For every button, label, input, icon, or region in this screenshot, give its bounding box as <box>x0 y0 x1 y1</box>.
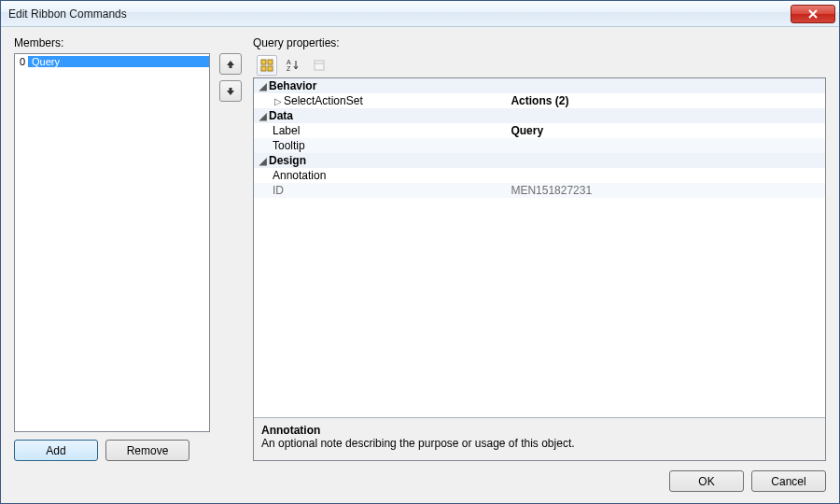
dialog-window: Edit Ribbon Commands Members: 0 Query Ad… <box>0 0 840 504</box>
expand-icon[interactable]: ◢ <box>258 111 269 121</box>
property-value[interactable] <box>511 168 825 183</box>
alphabetical-button[interactable]: A Z <box>283 55 303 76</box>
expand-icon[interactable]: ◢ <box>258 81 269 91</box>
members-listbox[interactable]: 0 Query <box>14 53 210 432</box>
members-buttons: Add Remove <box>14 440 210 461</box>
svg-rect-6 <box>315 61 324 70</box>
property-row[interactable]: ▷SelectActionSet Actions (2) <box>254 93 825 108</box>
titlebar[interactable]: Edit Ribbon Commands <box>1 1 839 27</box>
property-row[interactable]: Annotation <box>254 168 825 183</box>
property-name: ID <box>273 184 284 197</box>
close-icon <box>808 9 818 19</box>
description-panel: Annotation An optional note describing t… <box>254 417 825 460</box>
property-value: MEN151827231 <box>511 183 825 198</box>
members-label: Members: <box>14 36 210 49</box>
property-name: Tooltip <box>273 139 305 152</box>
property-value[interactable]: Query <box>511 123 825 138</box>
category-row[interactable]: ◢Data <box>254 108 825 123</box>
ok-button-label: OK <box>698 475 714 488</box>
property-name: Annotation <box>273 169 326 182</box>
categorized-icon <box>260 59 273 72</box>
properties-pane: Query properties: A Z <box>253 36 826 461</box>
close-button[interactable] <box>791 5 835 23</box>
cancel-button-label: Cancel <box>771 475 805 488</box>
expand-icon[interactable]: ◢ <box>258 156 269 166</box>
property-name: Label <box>273 124 300 137</box>
property-pages-icon <box>313 59 326 72</box>
description-text: An optional note describing the purpose … <box>261 437 818 450</box>
move-down-button[interactable] <box>219 80 242 102</box>
list-item-index: 0 <box>15 56 28 67</box>
property-row[interactable]: ID MEN151827231 <box>254 183 825 198</box>
category-name: Data <box>269 109 293 122</box>
svg-rect-2 <box>261 66 266 71</box>
svg-rect-0 <box>261 60 266 64</box>
client-area: Members: 0 Query Add Remove <box>1 27 839 503</box>
category-name: Behavior <box>269 79 316 92</box>
arrow-down-icon <box>226 87 235 96</box>
add-button[interactable]: Add <box>14 440 98 461</box>
remove-button[interactable]: Remove <box>105 440 189 461</box>
svg-text:Z: Z <box>287 65 291 72</box>
ok-button[interactable]: OK <box>669 470 744 492</box>
property-grid[interactable]: ◢Behavior ▷SelectActionSet Actions (2) ◢… <box>253 77 826 461</box>
property-grid-body[interactable]: ◢Behavior ▷SelectActionSet Actions (2) ◢… <box>254 78 825 417</box>
svg-text:A: A <box>287 59 291 65</box>
property-name: SelectActionSet <box>284 94 363 107</box>
reorder-buttons <box>219 36 244 461</box>
list-item[interactable]: 0 Query <box>15 54 209 69</box>
svg-rect-3 <box>268 66 273 71</box>
properties-label: Query properties: <box>253 36 826 49</box>
category-name: Design <box>269 154 306 167</box>
move-up-button[interactable] <box>219 53 242 75</box>
arrow-up-icon <box>226 60 235 69</box>
add-button-label: Add <box>46 444 65 457</box>
properties-toolbar: A Z <box>253 53 826 77</box>
property-row[interactable]: Tooltip <box>254 138 825 153</box>
category-row[interactable]: ◢Behavior <box>254 78 825 93</box>
members-pane: Members: 0 Query Add Remove <box>14 36 210 461</box>
cancel-button[interactable]: Cancel <box>751 470 826 492</box>
property-pages-button[interactable] <box>309 55 329 76</box>
property-value[interactable] <box>511 138 825 153</box>
dialog-footer: OK Cancel <box>14 461 826 494</box>
work-area: Members: 0 Query Add Remove <box>14 36 826 461</box>
svg-rect-1 <box>268 60 273 64</box>
expand-icon[interactable]: ▷ <box>273 96 284 106</box>
description-title: Annotation <box>261 424 818 437</box>
remove-button-label: Remove <box>127 444 169 457</box>
property-value[interactable]: Actions (2) <box>511 93 825 108</box>
window-title: Edit Ribbon Commands <box>8 7 127 21</box>
list-item-label: Query <box>28 56 209 67</box>
categorized-button[interactable] <box>257 55 277 76</box>
property-row[interactable]: Label Query <box>254 123 825 138</box>
category-row[interactable]: ◢Design <box>254 153 825 168</box>
sort-az-icon: A Z <box>287 59 300 72</box>
